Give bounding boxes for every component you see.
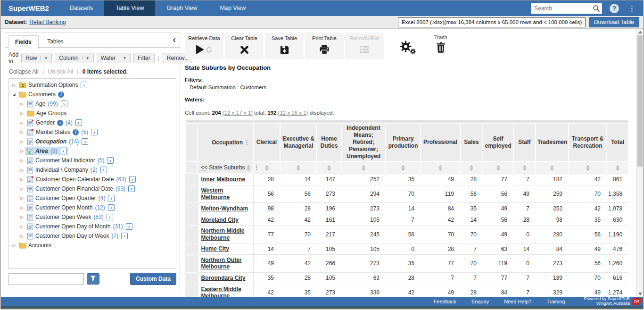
sort-control[interactable] — [496, 165, 500, 171]
field-nav-button[interactable]: › — [60, 148, 66, 154]
tree-item-row[interactable]: Age(99)› — [25, 100, 69, 108]
sort-control[interactable] — [265, 165, 269, 171]
vertical-scrollbar[interactable] — [636, 29, 643, 297]
table-options-button[interactable] — [399, 40, 415, 55]
scrollbar-thumb[interactable] — [637, 35, 643, 167]
tab-fields[interactable]: Fields — [8, 35, 39, 49]
row-link[interactable]: Eastern Middle Melbourne — [201, 286, 241, 297]
expand-caret-icon[interactable]: ▷ — [19, 196, 25, 201]
tree-item-row[interactable]: Customer Open Month(12)› — [25, 204, 116, 212]
row-link[interactable]: Melton-Wyndham — [201, 205, 248, 212]
tab-graph-view[interactable]: Graph View — [155, 0, 208, 16]
sort-control[interactable] — [523, 165, 527, 171]
expand-caret-icon[interactable]: ▷ — [19, 168, 25, 172]
displayed-dims-link[interactable]: (12 x 16 x 1) — [278, 110, 308, 116]
field-nav-button[interactable]: › — [107, 214, 113, 220]
col-header-sales[interactable]: Sales — [460, 123, 483, 161]
tree-item-row[interactable]: Accounts — [17, 242, 53, 249]
retrieve-data-button[interactable]: Retrieve Data — [185, 33, 223, 59]
tree-item-row[interactable]: Customer Open Day of Month(31)› — [25, 223, 134, 231]
col-header-tradesmen[interactable]: Tradesmen — [536, 123, 569, 161]
row-link[interactable]: Inner Melbourne — [201, 176, 245, 183]
sort-control[interactable] — [438, 165, 442, 171]
col-header-transport-recreation[interactable]: Transport & Recreation — [569, 123, 607, 161]
info-icon[interactable]: i — [73, 129, 79, 135]
expand-caret-icon[interactable]: ▷ — [19, 225, 25, 229]
field-nav-button[interactable]: › — [81, 82, 87, 88]
field-nav-button[interactable]: › — [128, 185, 135, 192]
search-input[interactable] — [534, 5, 593, 12]
info-icon[interactable]: i — [58, 92, 64, 98]
expand-caret-icon[interactable]: ▷ — [19, 149, 25, 153]
collapse-all-link[interactable]: Collapse All — [9, 68, 39, 75]
tree-item-row[interactable]: Customer Open Week(53)› — [25, 213, 115, 221]
footer-link-need-help[interactable]: Need Help? — [496, 299, 539, 304]
overflow-menu-icon[interactable]: ⋮ — [626, 4, 638, 13]
chevron-down-icon[interactable]: ▼ — [40, 56, 48, 60]
col-header-professional[interactable]: Professional — [421, 123, 460, 161]
field-nav-button[interactable]: › — [126, 223, 132, 230]
trash-button[interactable]: Trash — [434, 34, 447, 54]
col-header-primary-production[interactable]: Primary production — [386, 123, 421, 161]
row-link[interactable]: Western Melbourne — [201, 187, 230, 201]
export-format-select[interactable]: Excel 2007 (.xlsx)(max 16,384 columns x … — [398, 17, 586, 27]
add-to-row-button[interactable]: Row▼ — [21, 53, 52, 63]
tree-item-row[interactable]: Marital Statusi(5)› — [25, 128, 99, 136]
add-to-column-button[interactable]: Column▼ — [55, 53, 93, 63]
save-table-button[interactable]: Save Table — [265, 33, 304, 59]
tree-item-row[interactable]: ΣSummation Options› — [17, 81, 89, 89]
expand-caret-icon[interactable]: ▷ — [19, 215, 25, 219]
chevron-down-icon[interactable]: ▼ — [119, 56, 126, 60]
collapse-panel-icon[interactable]: ‹ — [173, 34, 176, 45]
tree-item-row[interactable]: Customersi — [17, 91, 66, 98]
kebab-menu-icon[interactable]: ⋮ — [243, 139, 251, 146]
col-header-home-duties[interactable]: Home Duties — [317, 123, 341, 161]
sort-control[interactable] — [616, 165, 619, 171]
tree-item-row[interactable]: Area(9)› — [25, 147, 68, 155]
expand-caret-icon[interactable]: ▷ — [19, 111, 25, 116]
sort-control[interactable] — [586, 165, 590, 171]
tab-table-view[interactable]: Table View — [104, 0, 155, 16]
help-icon[interactable]: ? — [610, 4, 619, 13]
field-nav-button[interactable]: › — [121, 233, 128, 239]
tree-item-row[interactable]: Customer Open Financial Date(63)› — [25, 185, 137, 193]
field-search-input[interactable] — [8, 273, 84, 285]
col-header-self-employed[interactable]: Self employed — [483, 123, 513, 161]
sort-control[interactable] — [297, 165, 300, 171]
kebab-menu-icon[interactable]: ⋮ — [252, 164, 261, 171]
expand-caret-icon[interactable]: ▷ — [19, 102, 25, 106]
row-link[interactable]: Moreland City — [201, 217, 239, 223]
field-nav-button[interactable]: › — [100, 167, 107, 173]
footer-link-enquiry[interactable]: Enquiry — [464, 299, 496, 304]
scroll-up-icon[interactable] — [636, 29, 643, 35]
filter-button[interactable]: Filter — [133, 53, 155, 63]
tree-item-row[interactable]: Genderi(4)› — [25, 119, 84, 127]
sort-control[interactable] — [470, 165, 473, 171]
sort-control[interactable] — [247, 165, 250, 171]
clear-table-button[interactable]: Clear Table — [225, 33, 264, 59]
tab-tables[interactable]: Tables — [41, 35, 70, 48]
expand-caret-icon[interactable]: ◢ — [11, 92, 17, 97]
axis-collapse-link[interactable]: << — [201, 164, 207, 171]
field-nav-button[interactable]: › — [75, 119, 82, 126]
tab-datasets[interactable]: Datasets — [58, 0, 104, 16]
expand-caret-icon[interactable]: ▷ — [11, 83, 17, 87]
add-to-wafer-button[interactable]: Wafer▼ — [97, 53, 131, 63]
expand-caret-icon[interactable]: ▷ — [19, 130, 25, 134]
expand-caret-icon[interactable]: ▷ — [19, 234, 25, 238]
tree-item-row[interactable]: Customer Open Quarter(4)› — [25, 194, 116, 202]
funnel-filter-button[interactable] — [87, 273, 99, 285]
col-header-executive-managerial[interactable]: Executive & Managerial — [280, 123, 317, 161]
tab-map-view[interactable]: Map View — [209, 0, 257, 16]
expand-caret-icon[interactable]: ▷ — [11, 243, 17, 248]
expand-caret-icon[interactable]: ▷ — [19, 140, 25, 144]
field-nav-button[interactable]: › — [108, 204, 115, 211]
chevron-down-icon[interactable]: ▼ — [82, 56, 90, 60]
download-table-button[interactable]: Download Table — [589, 17, 639, 27]
row-link[interactable]: Northern Outer Melbourne — [201, 257, 242, 270]
tree-item-row[interactable]: Individual \ Company(2)› — [25, 166, 109, 174]
print-table-button[interactable]: Print Table — [305, 33, 344, 59]
row-link[interactable]: Hume City — [201, 245, 229, 252]
field-nav-button[interactable]: › — [129, 176, 136, 183]
row-link[interactable]: Boroondara City — [201, 275, 246, 281]
